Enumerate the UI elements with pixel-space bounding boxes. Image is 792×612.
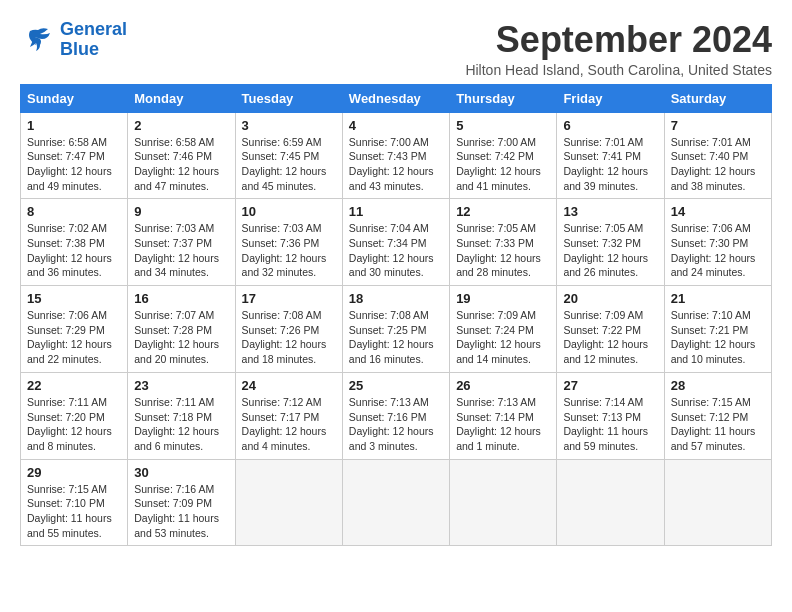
day-number: 9 xyxy=(134,204,228,219)
day-info: Sunrise: 7:03 AM Sunset: 7:37 PM Dayligh… xyxy=(134,221,228,280)
day-number: 24 xyxy=(242,378,336,393)
day-number: 2 xyxy=(134,118,228,133)
calendar-cell: 6Sunrise: 7:01 AM Sunset: 7:41 PM Daylig… xyxy=(557,112,664,199)
calendar-cell: 10Sunrise: 7:03 AM Sunset: 7:36 PM Dayli… xyxy=(235,199,342,286)
calendar-table: SundayMondayTuesdayWednesdayThursdayFrid… xyxy=(20,84,772,547)
calendar-cell: 5Sunrise: 7:00 AM Sunset: 7:42 PM Daylig… xyxy=(450,112,557,199)
day-info: Sunrise: 7:15 AM Sunset: 7:12 PM Dayligh… xyxy=(671,395,765,454)
weekday-header-cell: Thursday xyxy=(450,84,557,112)
calendar-cell: 25Sunrise: 7:13 AM Sunset: 7:16 PM Dayli… xyxy=(342,372,449,459)
calendar-cell: 3Sunrise: 6:59 AM Sunset: 7:45 PM Daylig… xyxy=(235,112,342,199)
day-number: 8 xyxy=(27,204,121,219)
calendar-cell xyxy=(235,459,342,546)
calendar-cell xyxy=(342,459,449,546)
day-number: 28 xyxy=(671,378,765,393)
weekday-header-cell: Saturday xyxy=(664,84,771,112)
logo-line1: General xyxy=(60,19,127,39)
calendar-cell: 11Sunrise: 7:04 AM Sunset: 7:34 PM Dayli… xyxy=(342,199,449,286)
day-number: 4 xyxy=(349,118,443,133)
calendar-cell: 30Sunrise: 7:16 AM Sunset: 7:09 PM Dayli… xyxy=(128,459,235,546)
calendar-cell: 8Sunrise: 7:02 AM Sunset: 7:38 PM Daylig… xyxy=(21,199,128,286)
calendar-cell xyxy=(450,459,557,546)
day-info: Sunrise: 7:06 AM Sunset: 7:30 PM Dayligh… xyxy=(671,221,765,280)
day-number: 11 xyxy=(349,204,443,219)
day-info: Sunrise: 7:16 AM Sunset: 7:09 PM Dayligh… xyxy=(134,482,228,541)
day-number: 21 xyxy=(671,291,765,306)
calendar-cell: 13Sunrise: 7:05 AM Sunset: 7:32 PM Dayli… xyxy=(557,199,664,286)
calendar-cell: 2Sunrise: 6:58 AM Sunset: 7:46 PM Daylig… xyxy=(128,112,235,199)
title-block: September 2024 Hilton Head Island, South… xyxy=(465,20,772,78)
day-info: Sunrise: 7:00 AM Sunset: 7:43 PM Dayligh… xyxy=(349,135,443,194)
logo-text: General Blue xyxy=(60,20,127,60)
day-info: Sunrise: 6:58 AM Sunset: 7:47 PM Dayligh… xyxy=(27,135,121,194)
day-info: Sunrise: 7:05 AM Sunset: 7:33 PM Dayligh… xyxy=(456,221,550,280)
calendar-week-row: 15Sunrise: 7:06 AM Sunset: 7:29 PM Dayli… xyxy=(21,286,772,373)
calendar-cell: 1Sunrise: 6:58 AM Sunset: 7:47 PM Daylig… xyxy=(21,112,128,199)
day-number: 19 xyxy=(456,291,550,306)
calendar-cell: 4Sunrise: 7:00 AM Sunset: 7:43 PM Daylig… xyxy=(342,112,449,199)
calendar-cell: 14Sunrise: 7:06 AM Sunset: 7:30 PM Dayli… xyxy=(664,199,771,286)
weekday-header-cell: Sunday xyxy=(21,84,128,112)
day-info: Sunrise: 7:03 AM Sunset: 7:36 PM Dayligh… xyxy=(242,221,336,280)
logo: General Blue xyxy=(20,20,127,60)
day-info: Sunrise: 7:11 AM Sunset: 7:18 PM Dayligh… xyxy=(134,395,228,454)
logo-icon xyxy=(20,25,56,55)
calendar-week-row: 22Sunrise: 7:11 AM Sunset: 7:20 PM Dayli… xyxy=(21,372,772,459)
calendar-cell: 24Sunrise: 7:12 AM Sunset: 7:17 PM Dayli… xyxy=(235,372,342,459)
calendar-week-row: 8Sunrise: 7:02 AM Sunset: 7:38 PM Daylig… xyxy=(21,199,772,286)
calendar-cell: 18Sunrise: 7:08 AM Sunset: 7:25 PM Dayli… xyxy=(342,286,449,373)
calendar-cell: 21Sunrise: 7:10 AM Sunset: 7:21 PM Dayli… xyxy=(664,286,771,373)
day-info: Sunrise: 7:01 AM Sunset: 7:40 PM Dayligh… xyxy=(671,135,765,194)
calendar-cell: 23Sunrise: 7:11 AM Sunset: 7:18 PM Dayli… xyxy=(128,372,235,459)
weekday-header-row: SundayMondayTuesdayWednesdayThursdayFrid… xyxy=(21,84,772,112)
day-number: 16 xyxy=(134,291,228,306)
day-number: 22 xyxy=(27,378,121,393)
calendar-cell: 29Sunrise: 7:15 AM Sunset: 7:10 PM Dayli… xyxy=(21,459,128,546)
day-number: 1 xyxy=(27,118,121,133)
day-info: Sunrise: 7:15 AM Sunset: 7:10 PM Dayligh… xyxy=(27,482,121,541)
weekday-header-cell: Wednesday xyxy=(342,84,449,112)
calendar-cell: 17Sunrise: 7:08 AM Sunset: 7:26 PM Dayli… xyxy=(235,286,342,373)
weekday-header-cell: Friday xyxy=(557,84,664,112)
location-subtitle: Hilton Head Island, South Carolina, Unit… xyxy=(465,62,772,78)
calendar-cell xyxy=(664,459,771,546)
day-number: 20 xyxy=(563,291,657,306)
day-info: Sunrise: 7:10 AM Sunset: 7:21 PM Dayligh… xyxy=(671,308,765,367)
day-info: Sunrise: 6:59 AM Sunset: 7:45 PM Dayligh… xyxy=(242,135,336,194)
day-info: Sunrise: 7:08 AM Sunset: 7:25 PM Dayligh… xyxy=(349,308,443,367)
day-number: 29 xyxy=(27,465,121,480)
day-info: Sunrise: 7:13 AM Sunset: 7:14 PM Dayligh… xyxy=(456,395,550,454)
calendar-cell: 27Sunrise: 7:14 AM Sunset: 7:13 PM Dayli… xyxy=(557,372,664,459)
day-number: 14 xyxy=(671,204,765,219)
calendar-cell: 7Sunrise: 7:01 AM Sunset: 7:40 PM Daylig… xyxy=(664,112,771,199)
day-info: Sunrise: 7:04 AM Sunset: 7:34 PM Dayligh… xyxy=(349,221,443,280)
day-info: Sunrise: 7:02 AM Sunset: 7:38 PM Dayligh… xyxy=(27,221,121,280)
day-info: Sunrise: 7:06 AM Sunset: 7:29 PM Dayligh… xyxy=(27,308,121,367)
day-number: 15 xyxy=(27,291,121,306)
day-info: Sunrise: 7:09 AM Sunset: 7:24 PM Dayligh… xyxy=(456,308,550,367)
calendar-cell: 22Sunrise: 7:11 AM Sunset: 7:20 PM Dayli… xyxy=(21,372,128,459)
day-info: Sunrise: 7:05 AM Sunset: 7:32 PM Dayligh… xyxy=(563,221,657,280)
calendar-cell: 20Sunrise: 7:09 AM Sunset: 7:22 PM Dayli… xyxy=(557,286,664,373)
day-info: Sunrise: 7:14 AM Sunset: 7:13 PM Dayligh… xyxy=(563,395,657,454)
day-info: Sunrise: 7:00 AM Sunset: 7:42 PM Dayligh… xyxy=(456,135,550,194)
logo-line2: Blue xyxy=(60,39,99,59)
day-number: 5 xyxy=(456,118,550,133)
day-number: 27 xyxy=(563,378,657,393)
calendar-cell xyxy=(557,459,664,546)
calendar-cell: 16Sunrise: 7:07 AM Sunset: 7:28 PM Dayli… xyxy=(128,286,235,373)
day-number: 10 xyxy=(242,204,336,219)
calendar-cell: 28Sunrise: 7:15 AM Sunset: 7:12 PM Dayli… xyxy=(664,372,771,459)
calendar-cell: 12Sunrise: 7:05 AM Sunset: 7:33 PM Dayli… xyxy=(450,199,557,286)
day-number: 3 xyxy=(242,118,336,133)
day-info: Sunrise: 7:01 AM Sunset: 7:41 PM Dayligh… xyxy=(563,135,657,194)
calendar-cell: 9Sunrise: 7:03 AM Sunset: 7:37 PM Daylig… xyxy=(128,199,235,286)
day-number: 6 xyxy=(563,118,657,133)
day-info: Sunrise: 7:12 AM Sunset: 7:17 PM Dayligh… xyxy=(242,395,336,454)
day-number: 25 xyxy=(349,378,443,393)
calendar-cell: 15Sunrise: 7:06 AM Sunset: 7:29 PM Dayli… xyxy=(21,286,128,373)
day-number: 26 xyxy=(456,378,550,393)
calendar-cell: 26Sunrise: 7:13 AM Sunset: 7:14 PM Dayli… xyxy=(450,372,557,459)
month-title: September 2024 xyxy=(465,20,772,60)
day-number: 30 xyxy=(134,465,228,480)
